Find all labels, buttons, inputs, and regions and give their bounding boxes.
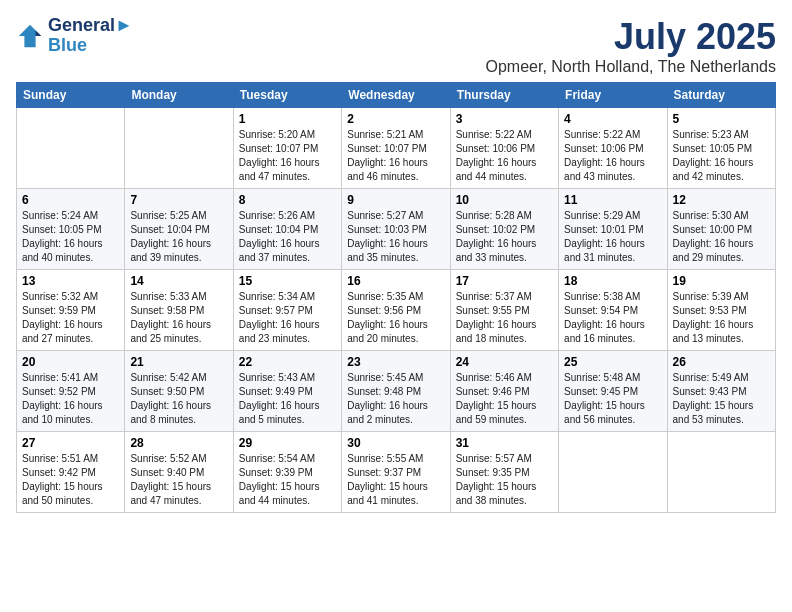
day-cell: 11Sunrise: 5:29 AM Sunset: 10:01 PM Dayl… bbox=[559, 189, 667, 270]
logo: General► Blue bbox=[16, 16, 133, 56]
day-cell: 4Sunrise: 5:22 AM Sunset: 10:06 PM Dayli… bbox=[559, 108, 667, 189]
day-number: 27 bbox=[22, 436, 119, 450]
day-cell: 29Sunrise: 5:54 AM Sunset: 9:39 PM Dayli… bbox=[233, 432, 341, 513]
day-number: 4 bbox=[564, 112, 661, 126]
week-row-3: 20Sunrise: 5:41 AM Sunset: 9:52 PM Dayli… bbox=[17, 351, 776, 432]
header: General► Blue July 2025 Opmeer, North Ho… bbox=[16, 16, 776, 76]
day-cell: 14Sunrise: 5:33 AM Sunset: 9:58 PM Dayli… bbox=[125, 270, 233, 351]
day-cell: 8Sunrise: 5:26 AM Sunset: 10:04 PM Dayli… bbox=[233, 189, 341, 270]
day-number: 16 bbox=[347, 274, 444, 288]
day-number: 25 bbox=[564, 355, 661, 369]
day-number: 19 bbox=[673, 274, 770, 288]
day-detail: Sunrise: 5:51 AM Sunset: 9:42 PM Dayligh… bbox=[22, 452, 119, 508]
day-detail: Sunrise: 5:33 AM Sunset: 9:58 PM Dayligh… bbox=[130, 290, 227, 346]
weekday-thursday: Thursday bbox=[450, 83, 558, 108]
day-number: 15 bbox=[239, 274, 336, 288]
day-number: 1 bbox=[239, 112, 336, 126]
day-cell: 24Sunrise: 5:46 AM Sunset: 9:46 PM Dayli… bbox=[450, 351, 558, 432]
day-cell: 20Sunrise: 5:41 AM Sunset: 9:52 PM Dayli… bbox=[17, 351, 125, 432]
day-detail: Sunrise: 5:30 AM Sunset: 10:00 PM Daylig… bbox=[673, 209, 770, 265]
day-number: 8 bbox=[239, 193, 336, 207]
day-cell: 30Sunrise: 5:55 AM Sunset: 9:37 PM Dayli… bbox=[342, 432, 450, 513]
day-cell: 10Sunrise: 5:28 AM Sunset: 10:02 PM Dayl… bbox=[450, 189, 558, 270]
day-cell: 26Sunrise: 5:49 AM Sunset: 9:43 PM Dayli… bbox=[667, 351, 775, 432]
day-detail: Sunrise: 5:48 AM Sunset: 9:45 PM Dayligh… bbox=[564, 371, 661, 427]
day-number: 3 bbox=[456, 112, 553, 126]
day-number: 30 bbox=[347, 436, 444, 450]
day-detail: Sunrise: 5:29 AM Sunset: 10:01 PM Daylig… bbox=[564, 209, 661, 265]
svg-marker-1 bbox=[36, 30, 42, 36]
day-number: 9 bbox=[347, 193, 444, 207]
day-cell: 1Sunrise: 5:20 AM Sunset: 10:07 PM Dayli… bbox=[233, 108, 341, 189]
day-cell: 3Sunrise: 5:22 AM Sunset: 10:06 PM Dayli… bbox=[450, 108, 558, 189]
day-cell: 25Sunrise: 5:48 AM Sunset: 9:45 PM Dayli… bbox=[559, 351, 667, 432]
day-cell: 28Sunrise: 5:52 AM Sunset: 9:40 PM Dayli… bbox=[125, 432, 233, 513]
day-detail: Sunrise: 5:38 AM Sunset: 9:54 PM Dayligh… bbox=[564, 290, 661, 346]
weekday-monday: Monday bbox=[125, 83, 233, 108]
day-detail: Sunrise: 5:21 AM Sunset: 10:07 PM Daylig… bbox=[347, 128, 444, 184]
location-title: Opmeer, North Holland, The Netherlands bbox=[485, 58, 776, 76]
logo-icon bbox=[16, 22, 44, 50]
week-row-0: 1Sunrise: 5:20 AM Sunset: 10:07 PM Dayli… bbox=[17, 108, 776, 189]
day-number: 13 bbox=[22, 274, 119, 288]
day-detail: Sunrise: 5:34 AM Sunset: 9:57 PM Dayligh… bbox=[239, 290, 336, 346]
day-number: 26 bbox=[673, 355, 770, 369]
day-cell: 23Sunrise: 5:45 AM Sunset: 9:48 PM Dayli… bbox=[342, 351, 450, 432]
logo-text: General► Blue bbox=[48, 16, 133, 56]
day-number: 14 bbox=[130, 274, 227, 288]
day-detail: Sunrise: 5:32 AM Sunset: 9:59 PM Dayligh… bbox=[22, 290, 119, 346]
day-number: 12 bbox=[673, 193, 770, 207]
week-row-1: 6Sunrise: 5:24 AM Sunset: 10:05 PM Dayli… bbox=[17, 189, 776, 270]
calendar: SundayMondayTuesdayWednesdayThursdayFrid… bbox=[16, 82, 776, 513]
day-cell: 31Sunrise: 5:57 AM Sunset: 9:35 PM Dayli… bbox=[450, 432, 558, 513]
calendar-body: 1Sunrise: 5:20 AM Sunset: 10:07 PM Dayli… bbox=[17, 108, 776, 513]
day-cell bbox=[667, 432, 775, 513]
day-number: 2 bbox=[347, 112, 444, 126]
day-detail: Sunrise: 5:49 AM Sunset: 9:43 PM Dayligh… bbox=[673, 371, 770, 427]
day-detail: Sunrise: 5:28 AM Sunset: 10:02 PM Daylig… bbox=[456, 209, 553, 265]
day-number: 17 bbox=[456, 274, 553, 288]
day-detail: Sunrise: 5:54 AM Sunset: 9:39 PM Dayligh… bbox=[239, 452, 336, 508]
day-number: 29 bbox=[239, 436, 336, 450]
day-detail: Sunrise: 5:41 AM Sunset: 9:52 PM Dayligh… bbox=[22, 371, 119, 427]
day-cell: 2Sunrise: 5:21 AM Sunset: 10:07 PM Dayli… bbox=[342, 108, 450, 189]
day-number: 6 bbox=[22, 193, 119, 207]
day-detail: Sunrise: 5:27 AM Sunset: 10:03 PM Daylig… bbox=[347, 209, 444, 265]
day-number: 20 bbox=[22, 355, 119, 369]
day-cell: 5Sunrise: 5:23 AM Sunset: 10:05 PM Dayli… bbox=[667, 108, 775, 189]
week-row-4: 27Sunrise: 5:51 AM Sunset: 9:42 PM Dayli… bbox=[17, 432, 776, 513]
weekday-wednesday: Wednesday bbox=[342, 83, 450, 108]
title-area: July 2025 Opmeer, North Holland, The Net… bbox=[485, 16, 776, 76]
day-cell: 18Sunrise: 5:38 AM Sunset: 9:54 PM Dayli… bbox=[559, 270, 667, 351]
day-number: 22 bbox=[239, 355, 336, 369]
day-number: 18 bbox=[564, 274, 661, 288]
day-detail: Sunrise: 5:37 AM Sunset: 9:55 PM Dayligh… bbox=[456, 290, 553, 346]
weekday-friday: Friday bbox=[559, 83, 667, 108]
day-detail: Sunrise: 5:39 AM Sunset: 9:53 PM Dayligh… bbox=[673, 290, 770, 346]
weekday-saturday: Saturday bbox=[667, 83, 775, 108]
day-cell bbox=[125, 108, 233, 189]
day-number: 11 bbox=[564, 193, 661, 207]
day-cell: 13Sunrise: 5:32 AM Sunset: 9:59 PM Dayli… bbox=[17, 270, 125, 351]
day-detail: Sunrise: 5:26 AM Sunset: 10:04 PM Daylig… bbox=[239, 209, 336, 265]
day-cell: 21Sunrise: 5:42 AM Sunset: 9:50 PM Dayli… bbox=[125, 351, 233, 432]
day-detail: Sunrise: 5:23 AM Sunset: 10:05 PM Daylig… bbox=[673, 128, 770, 184]
day-cell: 22Sunrise: 5:43 AM Sunset: 9:49 PM Dayli… bbox=[233, 351, 341, 432]
day-cell: 7Sunrise: 5:25 AM Sunset: 10:04 PM Dayli… bbox=[125, 189, 233, 270]
day-number: 23 bbox=[347, 355, 444, 369]
day-number: 31 bbox=[456, 436, 553, 450]
day-number: 10 bbox=[456, 193, 553, 207]
day-detail: Sunrise: 5:45 AM Sunset: 9:48 PM Dayligh… bbox=[347, 371, 444, 427]
day-cell: 15Sunrise: 5:34 AM Sunset: 9:57 PM Dayli… bbox=[233, 270, 341, 351]
day-detail: Sunrise: 5:20 AM Sunset: 10:07 PM Daylig… bbox=[239, 128, 336, 184]
day-detail: Sunrise: 5:22 AM Sunset: 10:06 PM Daylig… bbox=[564, 128, 661, 184]
weekday-header: SundayMondayTuesdayWednesdayThursdayFrid… bbox=[17, 83, 776, 108]
day-detail: Sunrise: 5:22 AM Sunset: 10:06 PM Daylig… bbox=[456, 128, 553, 184]
day-detail: Sunrise: 5:42 AM Sunset: 9:50 PM Dayligh… bbox=[130, 371, 227, 427]
day-cell: 12Sunrise: 5:30 AM Sunset: 10:00 PM Dayl… bbox=[667, 189, 775, 270]
day-number: 21 bbox=[130, 355, 227, 369]
day-cell: 16Sunrise: 5:35 AM Sunset: 9:56 PM Dayli… bbox=[342, 270, 450, 351]
day-detail: Sunrise: 5:46 AM Sunset: 9:46 PM Dayligh… bbox=[456, 371, 553, 427]
day-number: 5 bbox=[673, 112, 770, 126]
day-cell: 27Sunrise: 5:51 AM Sunset: 9:42 PM Dayli… bbox=[17, 432, 125, 513]
